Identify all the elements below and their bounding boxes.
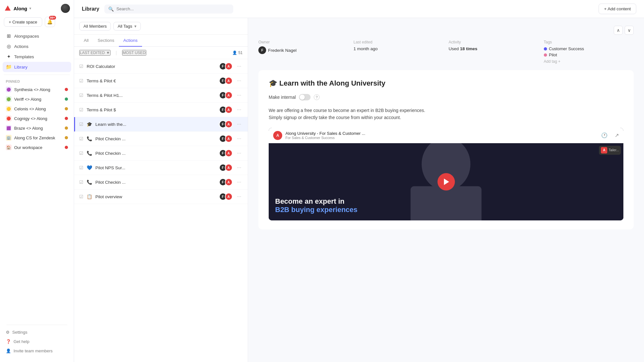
settings-item[interactable]: ⚙ Settings [3, 328, 71, 337]
checkbox-icon: ☑ [79, 151, 83, 156]
folder-icon: 📁 [6, 64, 12, 70]
video-play-button[interactable] [437, 173, 455, 190]
brand-logo[interactable]: Along ▾ [4, 5, 31, 12]
tag-item: Pilot [544, 52, 634, 57]
owner-avatar: F [258, 46, 266, 54]
chevron-down-icon: ▾ [29, 6, 31, 11]
video-corner-badge: A Tailer... [599, 146, 621, 155]
toggle-switch[interactable] [299, 94, 311, 100]
pinned-item-label: Our workspace [14, 145, 62, 150]
pinned-item-celonis[interactable]: 🟡 Celonis <> Along [3, 104, 71, 114]
item-name: ROI Calculator [87, 64, 216, 69]
detail-panel: ∧ ∨ Owner F Frederik Nagel Last edited 1… [248, 18, 644, 362]
checkbox-icon: ☑ [79, 136, 83, 141]
sort-bar: LAST EDITED ▼ | MOST USED 👤 51 [74, 47, 248, 59]
tab-all[interactable]: All [79, 35, 93, 47]
more-icon[interactable]: ··· [236, 136, 243, 142]
status-dot [65, 88, 68, 91]
avatar-stack: F A [219, 193, 233, 200]
sidebar: Along ▾ + Create space 🔔 99+ ⊞ Alongspac… [0, 0, 74, 362]
list-item[interactable]: ☑ Terms & Pilot $ F A ··· [74, 103, 248, 117]
detail-title: 🎓 Learn with the Along University [269, 79, 623, 88]
last-edited-col: Last edited 1 month ago [353, 40, 443, 64]
sidebar-item-actions[interactable]: ◎ Actions [3, 41, 71, 51]
pinned-item-cognigy[interactable]: 🔴 Cognigy <> Along [3, 114, 71, 123]
checkbox-icon: ☑ [79, 107, 83, 112]
search-box[interactable]: 🔍 [104, 5, 233, 14]
avatar: A [225, 193, 233, 200]
list-item[interactable]: ☑ 📋 Pilot overview F A ··· [74, 190, 248, 204]
nav-up-button[interactable]: ∧ [614, 26, 623, 35]
page-title: Library [82, 6, 99, 12]
avatar-stack: F A [219, 164, 233, 172]
invite-item[interactable]: 👤 Invite team members [3, 346, 71, 356]
members-filter[interactable]: All Members [79, 22, 111, 31]
tab-sections[interactable]: Sections [93, 35, 119, 47]
pinned-item-label: Braze <> Along [14, 126, 62, 131]
list-item[interactable]: ☑ ROI Calculator F A ··· [74, 59, 248, 74]
more-icon[interactable]: ··· [236, 63, 243, 69]
invite-icon: 👤 [6, 348, 11, 353]
status-dot [65, 146, 68, 149]
activity-text: Used 18 times [449, 46, 477, 51]
activity-value: Used 18 times [449, 46, 539, 51]
pinned-item-braze[interactable]: 🟪 Braze <> Along [3, 123, 71, 133]
synthesia-icon: 🟣 [6, 87, 12, 92]
list-item[interactable]: ☑ 🎓 Learn with the... F A ··· [74, 117, 248, 132]
owner-name: Frederik Nagel [268, 48, 297, 53]
checkbox-icon: ☑ [79, 194, 83, 199]
list-item[interactable]: ☑ 💙 Pilot NPS Sur... F A ··· [74, 161, 248, 175]
list-item[interactable]: ☑ Terms & Pilot H1... F A ··· [74, 88, 248, 103]
activity-bold: 18 times [460, 46, 477, 51]
settings-label: Settings [12, 330, 27, 335]
checkbox-icon: ☑ [79, 64, 83, 69]
pinned-item-veriff[interactable]: 🟢 Veriff <> Along [3, 94, 71, 104]
corner-logo: A [601, 147, 607, 153]
avatar[interactable] [61, 4, 70, 13]
more-icon[interactable]: ··· [236, 165, 243, 171]
notification-button[interactable]: 🔔 99+ [45, 17, 55, 27]
create-space-button[interactable]: + Create space [4, 17, 42, 27]
avatar: A [225, 135, 233, 143]
share-icon[interactable]: ↗ [615, 132, 619, 138]
clock-icon[interactable]: 🕐 [601, 132, 608, 138]
activity-col: Activity Used 18 times [449, 40, 539, 64]
tags-filter[interactable]: All Tags ▾ [113, 22, 140, 31]
list-item[interactable]: ☑ 📞 Pilot Checkin ... F A ··· [74, 146, 248, 161]
sidebar-item-library[interactable]: 📁 Library [3, 62, 71, 72]
sort-last-edited[interactable]: LAST EDITED ▼ [79, 50, 111, 56]
avatar-stack: F A [219, 135, 233, 143]
list-item[interactable]: ☑ 📞 Pilot Checkin ... F A ··· [74, 132, 248, 146]
pinned-item-zendesk[interactable]: 🏢 Along CS for Zendesk [3, 133, 71, 143]
nav-down-button[interactable]: ∨ [625, 26, 634, 35]
more-icon[interactable]: ··· [236, 194, 243, 200]
video-container: A Along University - For Sales & Custome… [269, 128, 623, 220]
sidebar-item-templates[interactable]: ✦ Templates [3, 51, 71, 62]
more-icon[interactable]: ··· [236, 121, 243, 127]
toggle-label: Make internal [269, 95, 296, 100]
help-icon[interactable]: ? [314, 94, 320, 100]
detail-content: 🎓 Learn with the Along University Make i… [258, 70, 634, 229]
help-item[interactable]: ❓ Get help [3, 337, 71, 346]
search-input[interactable] [116, 6, 229, 11]
more-icon[interactable]: ··· [236, 92, 243, 98]
item-emoji: 📋 [87, 194, 92, 199]
list-item[interactable]: ☑ 📞 Pilot Checkin ... F A ··· [74, 175, 248, 190]
add-tag-button[interactable]: Add tag + [544, 59, 634, 64]
pinned-item-synthesia[interactable]: 🟣 Synthesia <> Along [3, 85, 71, 94]
sidebar-item-alongspaces[interactable]: ⊞ Alongspaces [3, 31, 71, 41]
tab-actions[interactable]: Actions [119, 35, 142, 47]
add-content-button[interactable]: + Add content [599, 4, 636, 14]
more-icon[interactable]: ··· [236, 78, 243, 84]
item-emoji: 🎓 [87, 122, 92, 127]
library-panel: All Members All Tags ▾ All Sections Acti… [74, 18, 248, 362]
list-item[interactable]: ☑ Terms & Pilot € F A ··· [74, 74, 248, 88]
sidebar-item-label: Actions [14, 44, 28, 49]
status-dot [65, 136, 68, 139]
sort-most-used[interactable]: MOST USED [122, 50, 146, 56]
more-icon[interactable]: ··· [236, 150, 243, 156]
more-icon[interactable]: ··· [236, 107, 243, 113]
more-icon[interactable]: ··· [236, 179, 243, 185]
item-emoji: 📞 [87, 151, 92, 156]
pinned-item-workspace[interactable]: 🏠 Our workspace [3, 143, 71, 152]
